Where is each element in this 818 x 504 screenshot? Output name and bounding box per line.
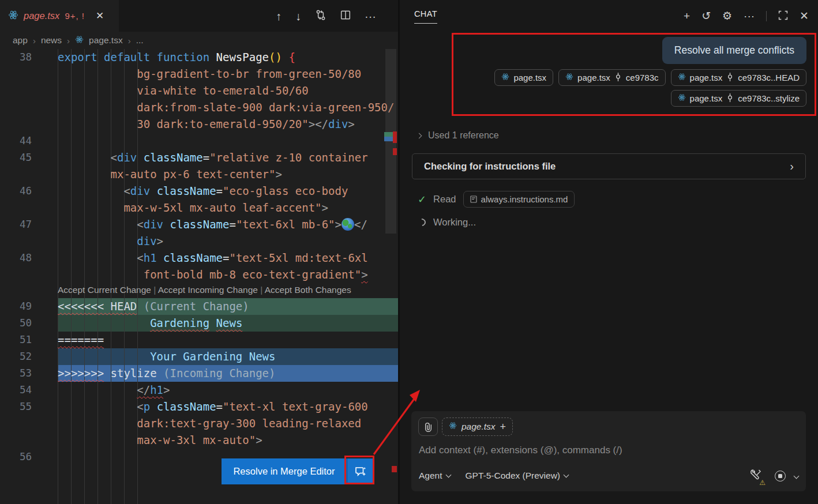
- code-line: dark:from-slate-900 dark:via-green-950/: [0, 99, 398, 116]
- more-actions-icon[interactable]: ···: [365, 10, 376, 22]
- resolve-in-merge-editor-button[interactable]: Resolve in Merge Editor: [222, 458, 373, 484]
- line-number: 38: [0, 49, 58, 66]
- chat-input-placeholder[interactable]: Add context (#), extensions (@), command…: [419, 445, 622, 456]
- spinner-icon: [416, 217, 427, 227]
- maximize-panel-icon[interactable]: [778, 10, 788, 22]
- code-token: <: [137, 218, 143, 231]
- line-content: <<<<<<< HEAD (Current Change): [58, 298, 398, 315]
- history-icon[interactable]: ↺: [701, 10, 711, 21]
- code-token: >: [348, 118, 354, 130]
- read-file-name: always.instructions.md: [481, 194, 568, 204]
- context-chips-row-2: page.tsxce9783c..stylize: [671, 90, 806, 107]
- file-context-chip[interactable]: page.tsxce9783c: [558, 69, 665, 86]
- chat-panel: CHAT + ↺ ⚙ ··· ✕ Resolve all merge confl…: [398, 0, 818, 504]
- line-number: [0, 82, 58, 99]
- file-context-chip[interactable]: page.tsx: [494, 69, 553, 86]
- code-token: "text-6xl mb-6": [236, 218, 335, 231]
- code-token: ></: [309, 118, 328, 130]
- breadcrumb-separator: ›: [67, 36, 70, 46]
- gear-icon[interactable]: ⚙: [722, 10, 732, 21]
- line-number: [0, 99, 58, 116]
- paperclip-icon: [424, 422, 433, 432]
- copilot-resolve-icon[interactable]: [347, 458, 373, 484]
- code-token: "text-xl text-gray-600: [223, 400, 368, 413]
- used-references-label: Used 1 reference: [428, 130, 499, 141]
- chip-file-name: page.tsx: [690, 73, 723, 82]
- read-label: Read: [433, 194, 456, 205]
- tab-page-tsx[interactable]: page.tsx 9+, ! ✕: [0, 0, 119, 32]
- line-number: [0, 415, 58, 432]
- tab-filename: page.tsx: [24, 10, 59, 21]
- breadcrumb-news[interactable]: news: [41, 35, 62, 46]
- codelens-action[interactable]: Accept Both Changes: [265, 285, 351, 295]
- attached-file-chip[interactable]: page.tsx +: [442, 418, 513, 436]
- code-token: max-w-5xl mx-auto leaf-accent": [123, 201, 321, 214]
- code-token: <: [137, 251, 143, 264]
- user-request-bubble: Resolve all merge conflicts: [662, 37, 806, 64]
- ruler-mark-current-conflict: [384, 132, 393, 137]
- line-number: [0, 116, 58, 133]
- codelens-action[interactable]: Accept Current Change: [58, 285, 151, 295]
- checking-instructions-expander[interactable]: Checking for instructions file ›: [412, 153, 806, 179]
- breadcrumb-symbol[interactable]: ...: [136, 35, 144, 46]
- breadcrumb-app[interactable]: app: [13, 35, 28, 46]
- model-picker[interactable]: GPT-5-Codex (Preview): [466, 471, 569, 481]
- file-context-chip[interactable]: page.tsxce9783c..stylize: [671, 90, 806, 107]
- split-editor-icon[interactable]: [340, 10, 351, 22]
- next-change-icon[interactable]: ↓: [295, 10, 301, 22]
- code-token: Gardening: [150, 317, 209, 329]
- code-token: =: [229, 218, 235, 231]
- more-actions-icon[interactable]: ···: [744, 10, 755, 21]
- code-token: [150, 185, 156, 197]
- code-token: >: [361, 268, 367, 281]
- code-token: >: [163, 383, 170, 396]
- chevron-right-icon: ›: [790, 160, 794, 173]
- line-content: Your Gardening News: [58, 348, 398, 365]
- add-context-icon[interactable]: +: [500, 421, 506, 433]
- close-icon[interactable]: ✕: [96, 10, 104, 22]
- stop-request-button[interactable]: [775, 471, 798, 482]
- breadcrumb-separator: ›: [33, 36, 36, 46]
- warning-icon: ⚠: [759, 479, 766, 487]
- code-line: 52 Your Gardening News: [0, 348, 398, 365]
- code-token: (Current Change): [137, 300, 249, 313]
- chat-input-container[interactable]: page.tsx + Add context (#), extensions (…: [411, 411, 806, 491]
- ruler-mark-error: [392, 466, 397, 472]
- line-number: [0, 166, 58, 183]
- previous-change-icon[interactable]: ↑: [276, 10, 282, 22]
- configure-tools-button[interactable]: ⚠: [749, 468, 762, 483]
- code-line: 48 <h1 className="text-5xl md:text-6xl: [0, 250, 398, 266]
- code-token: export default function: [58, 51, 216, 63]
- code-line: 38export default function NewsPage() {: [0, 49, 398, 66]
- codelens-separator: |: [258, 285, 265, 295]
- codelens-action[interactable]: Accept Incoming Change: [158, 285, 258, 295]
- close-panel-icon[interactable]: ✕: [800, 10, 809, 21]
- line-number: 56: [0, 449, 58, 465]
- compare-changes-icon[interactable]: [315, 9, 327, 22]
- chat-input-toolbar: Agent GPT-5-Codex (Preview) ⚠: [419, 467, 798, 484]
- code-token: dark:text-gray-300 leading-relaxed: [137, 417, 361, 430]
- breadcrumb-file[interactable]: page.tsx: [89, 35, 123, 46]
- line-number: 46: [0, 183, 58, 200]
- code-token: [209, 317, 216, 329]
- new-chat-icon[interactable]: +: [684, 10, 690, 21]
- code-token: [282, 51, 288, 63]
- resolve-in-merge-editor-label[interactable]: Resolve in Merge Editor: [222, 458, 347, 484]
- tab-chat[interactable]: CHAT: [414, 9, 437, 24]
- code-token: [58, 118, 137, 130]
- chip-file-name: page.tsx: [513, 73, 546, 82]
- code-line: max-w-3xl mx-auto">: [0, 432, 398, 449]
- used-references-toggle[interactable]: Used 1 reference: [417, 130, 499, 141]
- file-context-chip[interactable]: page.tsxce9783c..HEAD: [671, 69, 806, 86]
- attach-context-button[interactable]: [418, 418, 438, 436]
- chat-header-actions: + ↺ ⚙ ··· ✕: [684, 0, 809, 32]
- code-token: Your Gardening News: [150, 350, 275, 363]
- tab-problems-badge: 9+, !: [65, 11, 85, 21]
- code-area: 38export default function NewsPage() { b…: [0, 49, 398, 504]
- code-token: [58, 317, 150, 329]
- read-file-chip[interactable]: always.instructions.md: [463, 191, 575, 208]
- mode-picker[interactable]: Agent: [419, 471, 451, 481]
- code-line: 47 <div className="text-6xl mb-6"></: [0, 216, 398, 233]
- ruler-mark-error: [393, 148, 397, 155]
- code-rows: 38export default function NewsPage() { b…: [0, 49, 398, 499]
